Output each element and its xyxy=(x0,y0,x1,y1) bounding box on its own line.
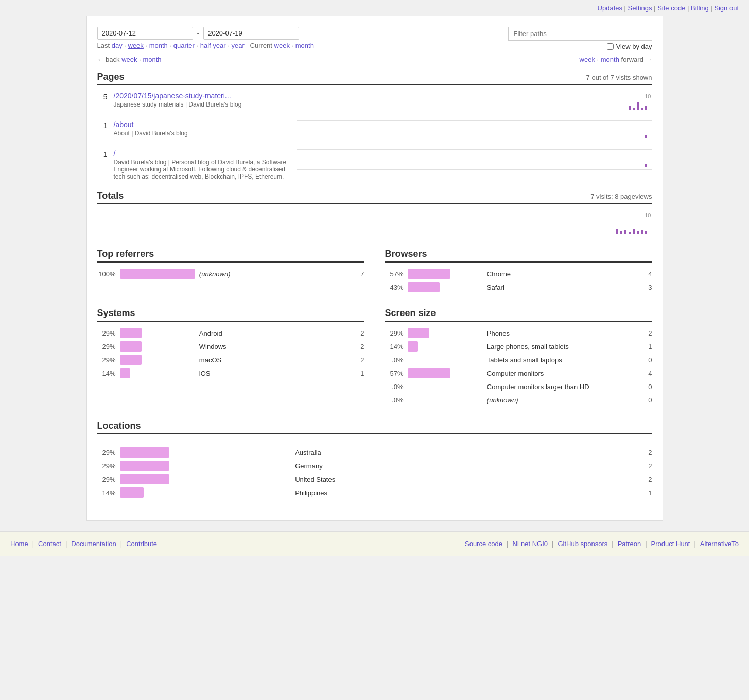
ql-day[interactable]: day xyxy=(112,42,123,49)
screen-bar-wrap-4 xyxy=(408,368,483,378)
nav-forward-week[interactable]: week xyxy=(580,56,595,63)
nav-site-code[interactable]: Site code xyxy=(657,4,685,12)
screen-count-1: 2 xyxy=(642,329,652,337)
browser-row-1: 57% Chrome 4 xyxy=(385,269,652,279)
date-to-input[interactable] xyxy=(203,27,299,40)
system-count-4: 1 xyxy=(354,370,364,377)
totals-title: Totals xyxy=(97,190,124,201)
referrer-bar-1 xyxy=(120,269,195,279)
location-label-4: Philippines xyxy=(295,489,637,497)
page-desc-1: Japanese study materials | David Burela'… xyxy=(114,101,291,108)
system-label-4: iOS xyxy=(199,370,350,377)
nav-forward-month[interactable]: month xyxy=(601,56,619,63)
date-section: - Last day · week · month · quarter · ha… xyxy=(97,27,314,49)
browser-label-1: Chrome xyxy=(487,270,638,278)
location-count-3: 2 xyxy=(642,476,652,483)
forward-arrow: forward → xyxy=(621,56,652,63)
browser-row-2: 43% Safari 3 xyxy=(385,282,652,292)
page-path-2[interactable]: /about xyxy=(114,120,134,129)
screen-label-5: Computer monitors larger than HD xyxy=(487,383,638,391)
nav-row: ← back week · month week · month forward… xyxy=(97,56,652,63)
screen-row-5: .0% Computer monitors larger than HD 0 xyxy=(385,381,652,392)
system-pct-2: 29% xyxy=(97,343,116,351)
pages-section-header: Pages 7 out of 7 visits shown xyxy=(97,72,652,85)
totals-meta: 7 visits; 8 pageviews xyxy=(590,192,652,200)
location-count-4: 1 xyxy=(642,489,652,497)
filter-paths-input[interactable] xyxy=(508,27,652,41)
location-row-2: 29% Germany 2 xyxy=(97,461,652,471)
screen-bar-2 xyxy=(408,341,418,352)
screen-label-2: Large phones, small tablets xyxy=(487,343,638,351)
date-dash: - xyxy=(197,29,200,38)
date-from-input[interactable] xyxy=(97,27,193,40)
footer-contribute[interactable]: Contribute xyxy=(126,540,157,548)
location-bar-4 xyxy=(120,487,144,498)
ql-current-month[interactable]: month xyxy=(295,42,314,49)
dot xyxy=(641,108,643,110)
top-nav: Updates | Settings | Site code | Billing… xyxy=(0,0,749,16)
system-row-2: 29% Windows 2 xyxy=(97,341,364,352)
nav-settings[interactable]: Settings xyxy=(628,4,652,12)
dot xyxy=(645,135,647,138)
page-path-3[interactable]: / xyxy=(114,149,116,157)
page-chart-1: 10 xyxy=(297,92,652,112)
screen-bar-wrap-2 xyxy=(408,341,483,352)
location-pct-3: 29% xyxy=(97,476,116,483)
nav-updates[interactable]: Updates xyxy=(598,4,622,12)
ql-week[interactable]: week xyxy=(128,42,144,49)
view-by-day-toggle[interactable]: View by day xyxy=(607,43,652,50)
screen-row-3: .0% Tablets and small laptops 0 xyxy=(385,355,652,365)
location-row-3: 29% United States 2 xyxy=(97,474,652,484)
footer-home[interactable]: Home xyxy=(10,540,28,548)
view-by-day-checkbox[interactable] xyxy=(607,43,614,50)
page-path-1[interactable]: /2020/07/15/japanese-study-materi... xyxy=(114,92,231,100)
nav-billing[interactable]: Billing xyxy=(691,4,709,12)
browser-count-1: 4 xyxy=(642,270,652,278)
location-bar-wrap-2 xyxy=(120,461,291,471)
screen-pct-5: .0% xyxy=(385,383,404,391)
dot xyxy=(624,230,626,234)
nav-back-month[interactable]: month xyxy=(143,56,161,63)
nav-sign-out[interactable]: Sign out xyxy=(714,4,739,12)
system-row-4: 14% iOS 1 xyxy=(97,368,364,378)
footer-product-hunt[interactable]: Product Hunt xyxy=(651,540,690,548)
footer-documentation[interactable]: Documentation xyxy=(71,540,116,548)
referrers-title: Top referrers xyxy=(97,249,154,259)
footer-contact[interactable]: Contact xyxy=(38,540,61,548)
page-item-1: 5 /2020/07/15/japanese-study-materi... J… xyxy=(97,92,652,112)
ql-year[interactable]: year xyxy=(231,42,244,49)
dot xyxy=(645,106,647,110)
footer-patreon[interactable]: Patreon xyxy=(618,540,641,548)
page-item-3: 1 / David Burela's blog | Personal blog … xyxy=(97,149,652,180)
dot xyxy=(645,231,647,234)
footer-source-code[interactable]: Source code xyxy=(465,540,502,548)
systems-col: Systems 29% Android 2 29% Windows 2 29% xyxy=(97,308,364,408)
nav-back-week[interactable]: week xyxy=(121,56,137,63)
ql-quarter[interactable]: quarter xyxy=(173,42,195,49)
ql-month[interactable]: month xyxy=(149,42,168,49)
page-info-3: / David Burela's blog | Personal blog of… xyxy=(114,149,291,180)
dot xyxy=(616,229,618,234)
screen-row-2: 14% Large phones, small tablets 1 xyxy=(385,341,652,352)
footer-nlnet[interactable]: NLnet NGI0 xyxy=(512,540,548,548)
screen-row-1: 29% Phones 2 xyxy=(385,328,652,338)
location-pct-1: 29% xyxy=(97,449,116,457)
browser-bar-wrap-2 xyxy=(408,282,483,292)
dot xyxy=(629,232,631,234)
system-count-3: 2 xyxy=(354,356,364,364)
page-count-2: 1 xyxy=(97,121,108,130)
screen-count-3: 0 xyxy=(642,356,652,364)
systems-screen-row: Systems 29% Android 2 29% Windows 2 29% xyxy=(97,308,652,408)
footer-github-sponsors[interactable]: GitHub sponsors xyxy=(558,540,607,548)
footer-alternativeto[interactable]: AlternativeTo xyxy=(700,540,739,548)
location-bar-1 xyxy=(120,447,169,458)
ql-current-week[interactable]: week xyxy=(274,42,290,49)
browsers-title: Browsers xyxy=(385,249,427,259)
page-desc-3: David Burela's blog | Personal blog of D… xyxy=(114,159,291,180)
screen-size-title: Screen size xyxy=(385,308,436,319)
location-count-2: 2 xyxy=(642,462,652,470)
ql-halfyear[interactable]: half year xyxy=(200,42,226,49)
page-chart-2 xyxy=(297,120,652,141)
system-count-1: 2 xyxy=(354,329,364,337)
browser-bar-wrap-1 xyxy=(408,269,483,279)
